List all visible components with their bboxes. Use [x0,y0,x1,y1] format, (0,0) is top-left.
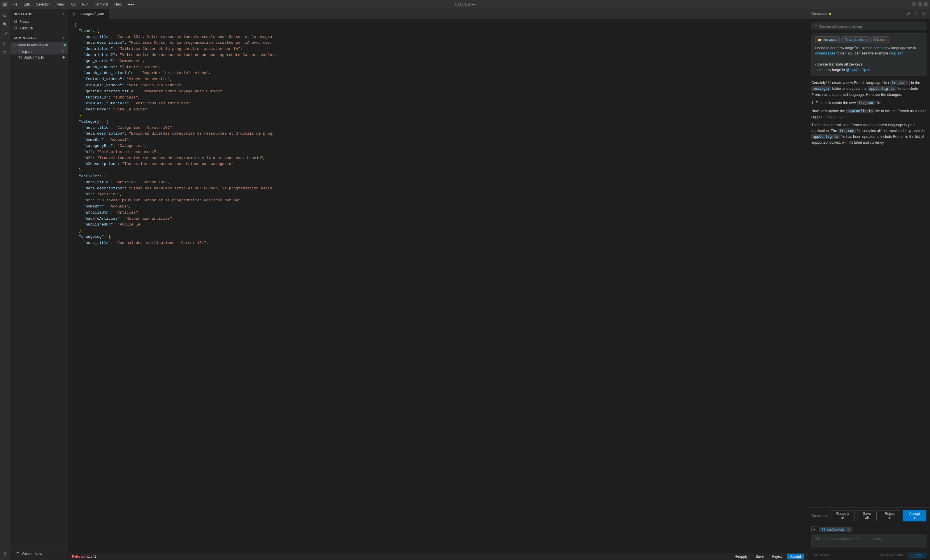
news-file-icon: 🗒 [14,19,17,24]
composer-file-appconfig[interactable]: TS appConfig.ts [10,54,68,60]
composer-entry[interactable]: ▾ I need to add new la... [10,42,68,48]
composer-footer: Esc to close claude-3.5-sonnet ↑ Submit [808,551,930,560]
reject-all-button[interactable]: Reject all [879,510,900,521]
activity-settings[interactable]: ⚙ [1,549,9,558]
titlebar-menu: File Edit Selection View Go Run Terminal… [11,2,135,7]
json-file-icon: {} [18,50,20,53]
accept-button[interactable]: Accept [787,554,804,559]
accept-all-button[interactable]: Accept all [902,510,927,522]
sidebar-footer: 🗒 Create New [10,547,68,560]
code-line: "description": "Maîtrisez Cursor et la p… [68,46,808,52]
composer-input-field[interactable] [811,534,927,548]
close-frjson-icon[interactable]: ✕ [62,49,65,54]
panel-refresh-button[interactable]: ↺ [905,11,912,17]
code-line: "view_all_tutorials": "Voir tous les tut… [68,100,808,107]
menu-more[interactable]: ●●● [127,2,135,7]
input-pill-close[interactable]: ✕ [847,528,850,531]
reapply-all-button[interactable]: Reapply all [831,510,855,521]
at-messages[interactable]: @messages [815,51,836,55]
logo-icon: ◆ [4,3,6,6]
composer-chevron-icon: ▾ [14,44,15,47]
code-line: "publishedOn": "Publié le" [68,222,808,228]
menu-edit[interactable]: Edit [22,2,31,7]
code-line: "read_more": "Lire la suite" [68,107,808,113]
panel-close-button[interactable]: ✕ [921,11,927,17]
editor-tab-frjson[interactable]: {} messages/fr.json [68,9,109,18]
composer-panel-title: Composer [811,12,831,16]
submit-button[interactable]: ↑ Submit [908,552,927,558]
rejected-status: Rejected v1 of 1 [72,555,96,558]
panel-controls: — ↺ ⊡ ✕ [898,11,927,17]
save-all-button[interactable]: Save all [857,510,877,521]
app-logo: ◆ [2,2,8,7]
editor-content[interactable]: { "home": { "meta_title": "Cursor 101 : … [68,19,808,553]
code-line: "meta_description": "Lisez nos derniers … [68,186,808,192]
menu-run[interactable]: Run [81,2,89,7]
frjson-filename: fr.json [22,49,31,54]
checkpoint-label: Checkpoint 0 saved. checkout [819,25,862,28]
panel-expand-button[interactable]: ⊡ [913,11,919,17]
activity-debug[interactable]: ▷ [1,39,9,47]
code-line: "get_started": "Commencer", [68,58,808,65]
menu-help[interactable]: Help [113,2,123,7]
footer-right: claude-3.5-sonnet ↑ Submit [879,552,927,558]
code-line: "meta_title": "Articles - Cursor 101", [68,180,808,186]
code-line: "category": { [68,119,808,125]
save-button[interactable]: Save [753,554,767,559]
close-button[interactable]: ✕ [924,2,928,6]
code-line: "homeBtn": "Accueil", [68,204,808,210]
input-appconfig-pill[interactable]: TS appConfig.ts ✕ [819,527,852,532]
activity-explorer[interactable]: ⊞ [1,11,9,19]
frjson-step1: fr.json [857,100,875,105]
menu-selection[interactable]: Selection [35,2,52,7]
menu-go[interactable]: Go [70,2,77,7]
code-line: "meta_description": "Explorez diverses c… [68,131,808,137]
sidebar-item-feature[interactable]: 🗒 Feature [10,25,68,31]
user-chat-message: 📁 messages TS appConfig.ts {} ja.json I … [811,33,927,76]
input-pill-name: appConfig.ts [827,528,845,531]
activity-search[interactable]: 🔍 [1,20,9,29]
messages-folder-pill[interactable]: 📁 messages [815,37,840,43]
titlebar: ◆ File Edit Selection View Go Run Termin… [0,0,930,9]
menu-view[interactable]: View [55,2,66,7]
composer-entry-label: I need to add new la... [16,43,62,47]
activity-git[interactable]: ⎇ [1,30,9,38]
composer-panel-header: Composer — ↺ ⊡ ✕ [808,9,930,19]
notepads-add-button[interactable]: + [62,12,65,16]
composers-header: COMPOSERS + [10,34,68,42]
version-label: v1 of 1 [86,555,96,558]
ai-step2: Now, let's update the appConfig.ts file … [811,108,927,120]
add-file-button[interactable]: + [811,526,817,532]
at-jajson[interactable]: @ja.json [889,51,904,55]
code-line: "description2": "Votre centre de ressour… [68,52,808,58]
reapply-button[interactable]: Reapply [732,554,750,559]
appconfig-pill[interactable]: TS appConfig.ts [841,37,870,43]
code-line: "h1": "Articles", [68,191,808,197]
jajson-pill[interactable]: {} ja.json [871,37,889,43]
appconfig-inline: appConfig.ts [868,86,896,91]
code-line: "getting_started_title": "Commencez votr… [68,89,808,95]
esc-label: Esc to close [811,553,828,557]
menu-terminal[interactable]: Terminal [94,2,109,7]
editor-status-bar: Rejected v1 of 1 Reapply Save Reject Acc… [68,553,808,560]
composer-file-frjson[interactable]: {} fr.json ✕ [10,48,68,54]
code-line: "h2description": "Toutes les ressources … [68,161,808,167]
frjson-conclusion: fr.json [838,129,856,133]
sidebar-item-news[interactable]: 🗒 News [10,18,68,25]
reject-button[interactable]: Reject [769,554,785,559]
code-line: "articleBtn": "Articles", [68,210,808,216]
minimize-button[interactable]: — [912,2,916,6]
appconfig-status-dot [62,56,65,58]
ai-step1: 1. First, let's create the new fr.json f… [811,100,927,106]
menu-file[interactable]: File [11,2,18,7]
ai-conclusion: These changes will add French as a suppo… [811,122,927,145]
code-line: "h2": "En savoir plus sur Cursor et la p… [68,197,808,204]
at-appconfig[interactable]: @appConfig.ts [846,68,870,72]
panel-minimize-button[interactable]: — [898,11,904,17]
ts-icon: TS [844,38,848,42]
create-new-button[interactable]: 🗒 Create New [14,550,65,558]
composers-add-button[interactable]: + [62,35,65,40]
maximize-button[interactable]: □ [918,2,922,6]
feature-label: Feature [20,26,33,30]
activity-extensions[interactable]: ⊡ [1,48,9,57]
